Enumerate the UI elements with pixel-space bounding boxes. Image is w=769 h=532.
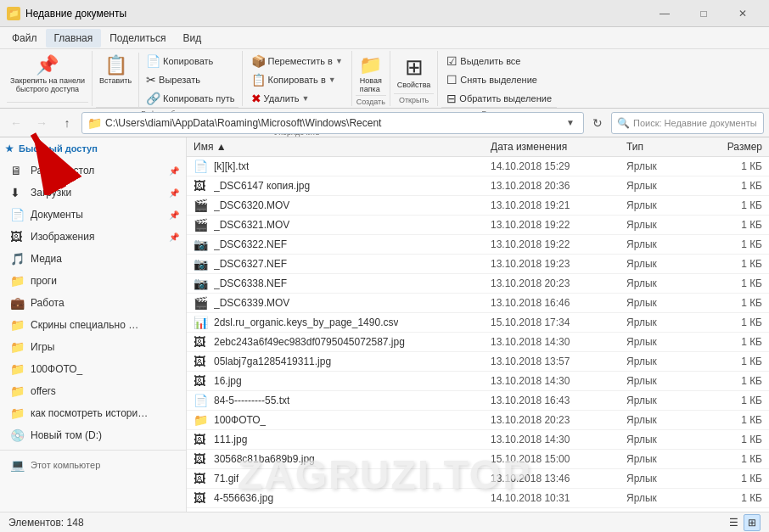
invert-button[interactable]: ⊟ Обратить выделение bbox=[441, 90, 557, 107]
file-size: 1 КБ bbox=[694, 492, 762, 504]
sidebar-item-downloads[interactable]: ⬇ Загрузки 📌 bbox=[0, 182, 186, 204]
large-icons-view-button[interactable]: ⊞ bbox=[744, 514, 761, 531]
sidebar-item-progi[interactable]: 📁 проги bbox=[0, 270, 186, 292]
select-all-button[interactable]: ☑ Выделить все bbox=[441, 53, 525, 70]
copy-button[interactable]: 📄 Копировать bbox=[143, 53, 239, 70]
sidebar-item-drive-d[interactable]: 💿 Новый том (D:) bbox=[0, 424, 186, 446]
ribbon: 📌 Закрепить на панелибыстрого доступа 📋 … bbox=[0, 49, 769, 109]
file-name: 100ФОТО_ bbox=[214, 414, 266, 426]
file-date: 13.10.2018 14:30 bbox=[491, 434, 626, 445]
desktop-icon: 🖥 bbox=[10, 164, 25, 177]
minimize-button[interactable]: — bbox=[645, 0, 684, 27]
file-type: Ярлык bbox=[626, 316, 694, 328]
pin-button[interactable]: 📌 Закрепить на панелибыстрого доступа bbox=[7, 53, 88, 95]
file-date: 15.10.2018 17:34 bbox=[491, 316, 626, 328]
file-date: 13.10.2018 16:43 bbox=[491, 395, 626, 406]
file-row[interactable]: 🖼 30568c81ba689b9.jpg 15.10.2018 15:00 Я… bbox=[187, 450, 769, 469]
up-button[interactable]: ↑ bbox=[56, 112, 78, 134]
file-row[interactable]: 🖼 _DSC6147 копия.jpg 13.10.2018 20:36 Яр… bbox=[187, 176, 769, 196]
file-row[interactable]: 🖼 111.jpg 13.10.2018 14:30 Ярлык 1 КБ bbox=[187, 430, 769, 450]
back-button[interactable]: ← bbox=[5, 112, 27, 134]
file-row[interactable]: 🖼 16.jpg 13.10.2018 14:30 Ярлык 1 КБ bbox=[187, 372, 769, 391]
sidebar-this-pc[interactable]: 💻 Этот компьютер bbox=[0, 454, 186, 476]
file-row[interactable]: 📊 2dsl.ru_organic.keys_by_page_1490.csv … bbox=[187, 313, 769, 333]
file-row[interactable]: 🖼 05labj7ga1285419311.jpg 13.10.2018 13:… bbox=[187, 352, 769, 372]
file-size: 1 КБ bbox=[694, 434, 762, 445]
file-date: 14.10.2018 10:31 bbox=[491, 492, 626, 504]
sidebar-item-media[interactable]: 🎵 Медиа bbox=[0, 248, 186, 270]
address-dropdown[interactable]: ▼ bbox=[563, 118, 578, 127]
refresh-button[interactable]: ↻ bbox=[587, 113, 608, 133]
maximize-button[interactable]: □ bbox=[684, 0, 723, 27]
file-name: 71.gif bbox=[214, 473, 239, 484]
path-copy-button[interactable]: 🔗 Копировать путь bbox=[143, 90, 239, 108]
paste-button[interactable]: 📋 Вставить bbox=[96, 53, 135, 87]
ribbon-group-clipboard: 📋 Вставить 📄 Копировать ✂ Вырезать 🔗 Коп… bbox=[93, 51, 243, 106]
details-view-button[interactable]: ☰ bbox=[725, 514, 742, 531]
ribbon-group-pin: 📌 Закрепить на панелибыстрого доступа bbox=[3, 51, 93, 106]
menu-share[interactable]: Поделиться bbox=[101, 29, 174, 48]
file-name: _DSC6338.NEF bbox=[214, 277, 287, 289]
file-row[interactable]: 📷 _DSC6322.NEF 13.10.2018 19:22 Ярлык 1 … bbox=[187, 235, 769, 255]
close-button[interactable]: ✕ bbox=[723, 0, 762, 27]
file-row[interactable]: 🎬 _DSC6339.MOV 13.10.2018 16:46 Ярлык 1 … bbox=[187, 294, 769, 313]
forward-button[interactable]: → bbox=[31, 112, 53, 134]
sidebar-item-work[interactable]: 💼 Работа bbox=[0, 292, 186, 314]
file-row[interactable]: 📄 84-5---------55.txt 13.10.2018 16:43 Я… bbox=[187, 391, 769, 411]
file-row[interactable]: 🖼 04037121_large_Perluchpnye_karandash12… bbox=[187, 508, 769, 512]
file-size: 1 КБ bbox=[694, 277, 762, 289]
file-row[interactable]: 🖼 71.gif 13.10.2018 13:46 Ярлык 1 КБ bbox=[187, 469, 769, 489]
file-row[interactable]: 🎬 _DSC6321.MOV 13.10.2018 19:22 Ярлык 1 … bbox=[187, 216, 769, 235]
file-row[interactable]: 🖼 4-556636.jpg 14.10.2018 10:31 Ярлык 1 … bbox=[187, 489, 769, 508]
file-size: 1 КБ bbox=[694, 199, 762, 211]
cut-button[interactable]: ✂ Вырезать bbox=[143, 71, 239, 89]
search-bar[interactable]: 🔍 Поиск: Недавние документы bbox=[611, 112, 764, 134]
header-size[interactable]: Размер bbox=[694, 141, 762, 153]
sidebar-item-history[interactable]: 📁 как посмотреть историю на bbox=[0, 402, 186, 424]
menu-view[interactable]: Вид bbox=[174, 29, 210, 48]
copy-to-button[interactable]: 📋 Копировать в ▼ bbox=[246, 71, 341, 88]
file-row[interactable]: 📄 [k][k].txt 14.10.2018 15:29 Ярлык 1 КБ bbox=[187, 157, 769, 176]
sidebar-quick-access[interactable]: ★ Быстрый доступ bbox=[0, 137, 186, 160]
header-type[interactable]: Тип bbox=[626, 141, 694, 153]
file-icon: 📷 bbox=[194, 277, 209, 290]
move-to-button[interactable]: 📦 Переместить в ▼ bbox=[246, 53, 348, 70]
menu-home[interactable]: Главная bbox=[46, 29, 102, 48]
sidebar-item-games[interactable]: 📁 Игры bbox=[0, 336, 186, 358]
copy-icon: 📄 bbox=[146, 54, 160, 69]
select-all-icon: ☑ bbox=[446, 54, 457, 68]
new-folder-button[interactable]: 📁 Новаяпапка bbox=[356, 53, 386, 95]
header-name[interactable]: Имя ▲ bbox=[194, 141, 491, 153]
file-name: 2ebc243a6f49ec983df0795045072587.jpg bbox=[214, 336, 405, 348]
address-bar[interactable]: 📁 C:\Users\diami\AppData\Roaming\Microso… bbox=[81, 112, 584, 134]
sidebar-item-screenshots[interactable]: 📁 Скрины специально для ... bbox=[0, 314, 186, 336]
deselect-button[interactable]: ☐ Снять выделение bbox=[441, 71, 542, 88]
sidebar-item-documents[interactable]: 📄 Документы 📌 bbox=[0, 204, 186, 226]
header-date[interactable]: Дата изменения bbox=[491, 141, 626, 153]
file-type: Ярлык bbox=[626, 238, 694, 250]
sidebar-item-images[interactable]: 🖼 Изображения 📌 bbox=[0, 226, 186, 248]
delete-button[interactable]: ✖ Удалить ▼ bbox=[246, 90, 315, 107]
file-name: 4-556636.jpg bbox=[214, 492, 273, 504]
file-date: 13.10.2018 20:36 bbox=[491, 180, 626, 192]
item-count: Элементов: 148 bbox=[8, 517, 84, 529]
file-name: 05labj7ga1285419311.jpg bbox=[214, 356, 331, 367]
file-row[interactable]: 📁 100ФОТО_ 13.10.2018 20:23 Ярлык 1 КБ bbox=[187, 411, 769, 430]
delete-icon: ✖ bbox=[251, 92, 261, 105]
file-icon: 🎬 bbox=[194, 199, 209, 212]
file-row[interactable]: 🖼 2ebc243a6f49ec983df0795045072587.jpg 1… bbox=[187, 333, 769, 352]
file-row[interactable]: 🎬 _DSC6320.MOV 13.10.2018 19:21 Ярлык 1 … bbox=[187, 196, 769, 216]
menu-file[interactable]: Файл bbox=[3, 29, 46, 48]
sidebar-item-desktop[interactable]: 🖥 Рабочий стол 📌 bbox=[0, 160, 186, 182]
file-icon: 🎬 bbox=[194, 296, 209, 310]
sidebar-item-offers[interactable]: 📁 offers bbox=[0, 380, 186, 402]
ribbon-group-open: ⊞ Свойства Открыть bbox=[390, 51, 439, 106]
file-row[interactable]: 📷 _DSC6338.NEF 13.10.2018 20:23 Ярлык 1 … bbox=[187, 274, 769, 294]
sidebar-item-100foto[interactable]: 📁 100ФОТО_ bbox=[0, 358, 186, 380]
ribbon-group-create: 📁 Новаяпапка Создать bbox=[352, 51, 390, 106]
new-folder-icon: 📁 bbox=[359, 54, 382, 76]
progi-icon: 📁 bbox=[10, 274, 25, 288]
file-row[interactable]: 📷 _DSC6327.NEF 13.10.2018 19:23 Ярлык 1 … bbox=[187, 255, 769, 274]
file-type: Ярлык bbox=[626, 336, 694, 348]
properties-button[interactable]: ⊞ Свойства bbox=[394, 53, 435, 91]
